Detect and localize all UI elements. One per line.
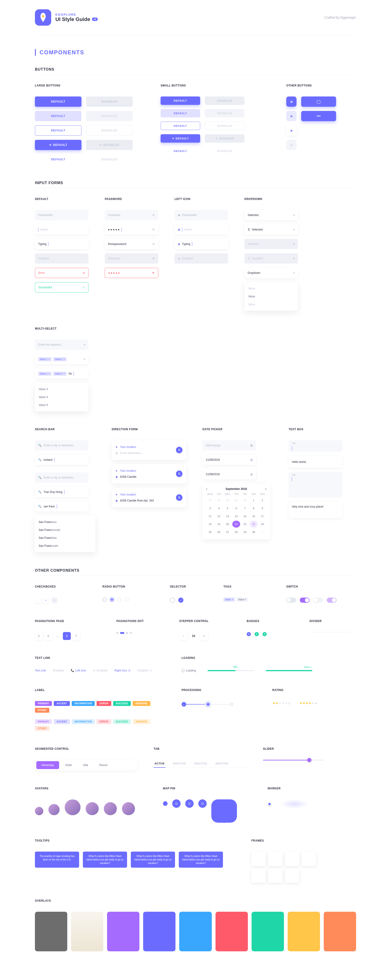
- small-primary-button[interactable]: DEFAULT: [161, 97, 200, 105]
- textbox-placeholder[interactable]: Title: [289, 440, 342, 452]
- tab-inactive[interactable]: INACTIVE: [193, 760, 208, 768]
- selector-off[interactable]: [170, 598, 175, 603]
- swap-button[interactable]: ⇅: [176, 447, 182, 453]
- nav-icon-white[interactable]: ➤: [286, 126, 296, 136]
- multiselect-option[interactable]: Value 5: [35, 401, 89, 409]
- dot-active[interactable]: [120, 632, 124, 634]
- autocomplete-item[interactable]: San Franconsultz: [35, 526, 95, 534]
- dropdown-open[interactable]: Dropdown▾: [244, 268, 298, 278]
- stepper-plus[interactable]: +: [200, 632, 208, 640]
- text-link-lefticon[interactable]: 📞Left Icon: [71, 669, 86, 672]
- search-input-filled[interactable]: 🔍Iceland: [35, 455, 89, 465]
- rating-4[interactable]: ★★★★★ 4: [299, 701, 317, 705]
- dot[interactable]: [116, 632, 118, 634]
- stepper-minus[interactable]: −: [179, 632, 187, 640]
- rating-2[interactable]: ★★★★★ 2: [272, 701, 290, 705]
- dot[interactable]: [126, 632, 128, 634]
- password-placeholder[interactable]: Password👁: [105, 210, 158, 220]
- swap-button[interactable]: ⇅: [176, 494, 182, 501]
- password-active[interactable]: ● ● ● ● ●👁: [105, 224, 158, 235]
- input-placeholder[interactable]: Placeholder: [35, 210, 89, 220]
- large-buttons-label: LARGE BUTTONS: [35, 84, 144, 87]
- search-input[interactable]: 🔍Enter a city or landmark...: [35, 440, 89, 450]
- input-success[interactable]: Successful✓: [35, 282, 89, 293]
- textbox-filled[interactable]: Hello world,: [289, 456, 342, 468]
- checkbox-checked[interactable]: ✓: [43, 598, 49, 603]
- dropdown-selected[interactable]: Selected▾: [244, 210, 298, 220]
- multiselect-typing[interactable]: Value 1 ×Value 2 ×Va: [35, 369, 89, 379]
- switch-on[interactable]: [300, 598, 310, 603]
- search-input-autocomplete[interactable]: 🔍san franc: [35, 501, 89, 512]
- spinner-button[interactable]: ◯: [301, 97, 336, 107]
- eye-icon[interactable]: 👁: [152, 242, 155, 246]
- date-input-filled[interactable]: 21/09/2018▦: [203, 455, 256, 465]
- autocomplete-item[interactable]: San Francocain: [35, 542, 95, 550]
- dropdown-option[interactable]: Value: [244, 301, 298, 308]
- input-active[interactable]: Active: [35, 224, 89, 235]
- tab-inactive[interactable]: INACTIVE: [172, 760, 187, 768]
- nav-icon-soft[interactable]: ➤: [286, 111, 296, 121]
- text-link[interactable]: Text Link: [35, 669, 46, 672]
- input-typing[interactable]: Typing: [35, 239, 89, 249]
- password-visible[interactable]: thisispassword👁: [105, 239, 158, 249]
- slider[interactable]: [263, 760, 323, 760]
- small-soft-button[interactable]: DEFAULT: [161, 109, 200, 118]
- tab-inactive[interactable]: INACTIVE: [215, 760, 229, 768]
- date-input-filled[interactable]: 21/09/2018▦: [203, 469, 256, 479]
- autocomplete-item[interactable]: San Francisco: [35, 518, 95, 526]
- input-error[interactable]: Error⊘: [35, 268, 89, 278]
- seg-villa[interactable]: Villa: [78, 761, 93, 769]
- multiselect-option[interactable]: Value 3: [35, 385, 89, 393]
- multiselect-placeholder[interactable]: Enter the keyword...▾: [35, 340, 89, 350]
- eye-icon[interactable]: 👁: [152, 213, 155, 217]
- dropdown-option[interactable]: Value: [244, 285, 298, 293]
- page-2[interactable]: 2: [44, 632, 52, 640]
- tag[interactable]: Value ×: [223, 598, 235, 601]
- seg-hotel[interactable]: Hotel: [60, 761, 77, 769]
- large-soft-button[interactable]: DEFAULT: [35, 111, 81, 121]
- small-link-button[interactable]: DEFAULT: [161, 147, 200, 155]
- tag[interactable]: Value ×: [237, 598, 248, 601]
- seg-resort[interactable]: Resort: [94, 761, 112, 769]
- eye-icon[interactable]: 👁: [152, 228, 155, 231]
- lefticon-typing[interactable]: ◉Typing: [174, 239, 228, 249]
- dot[interactable]: [130, 632, 132, 634]
- lefticon-active[interactable]: ◉Active: [174, 224, 228, 235]
- label-error-soft: ERROR: [97, 719, 111, 724]
- nav-icon-button[interactable]: ➤: [286, 97, 296, 107]
- switch-off[interactable]: [286, 598, 296, 603]
- textarea-filled[interactable]: Very nice and cozy place!: [289, 502, 342, 518]
- page-6[interactable]: 6: [63, 632, 71, 640]
- radio-off[interactable]: [103, 598, 107, 602]
- page-7[interactable]: 7: [72, 632, 80, 640]
- swap-button[interactable]: ⇅: [176, 471, 182, 477]
- checkbox-unchecked[interactable]: [35, 598, 41, 603]
- dropdown-icon-selected[interactable]: ⇅Selected▾: [244, 224, 298, 235]
- dropdown-option[interactable]: Value: [244, 293, 298, 301]
- multiselect-values[interactable]: Value 1 ×Value 2 ×▾: [35, 354, 89, 364]
- lefticon-placeholder[interactable]: ◉Placeholder: [174, 210, 228, 220]
- autocomplete-item[interactable]: San Franchise: [35, 534, 95, 542]
- page-1[interactable]: 1: [35, 632, 43, 640]
- seg-homestay[interactable]: Homestay: [36, 761, 59, 769]
- large-icon-button[interactable]: ✦ DEFAULT: [35, 140, 81, 150]
- selector-on[interactable]: ✓: [178, 598, 184, 603]
- dots-button[interactable]: •••: [301, 111, 336, 121]
- radio-on[interactable]: [110, 598, 114, 602]
- small-outline-button[interactable]: DEFAULT: [161, 122, 200, 130]
- calendar-grid[interactable]: 272829303112 3456789 11121314151617 1819…: [206, 497, 266, 536]
- multiselect-option[interactable]: Value 4: [35, 393, 89, 401]
- large-outline-button[interactable]: DEFAULT: [35, 126, 81, 136]
- large-primary-button[interactable]: DEFAULT: [35, 97, 81, 107]
- search-input-filled[interactable]: 🔍Tran Duy Hung: [35, 487, 89, 497]
- textarea-placeholder[interactable]: Title: [289, 472, 342, 498]
- search-input[interactable]: 🔍Enter a city or landmark...: [35, 473, 89, 483]
- small-icon-button[interactable]: ✦ DEFAULT: [161, 134, 200, 143]
- large-link-button[interactable]: DEFAULT: [35, 154, 81, 164]
- next-month[interactable]: ›: [265, 487, 266, 491]
- tab-active[interactable]: ACTIVE: [154, 760, 165, 768]
- date-input[interactable]: dd/mm/yyyy▦: [203, 440, 256, 450]
- password-error[interactable]: ● ● ● ● ●👁: [105, 268, 158, 278]
- prev-month[interactable]: ‹: [206, 487, 207, 491]
- text-link-righticon[interactable]: Right Icon ⊙: [114, 669, 131, 672]
